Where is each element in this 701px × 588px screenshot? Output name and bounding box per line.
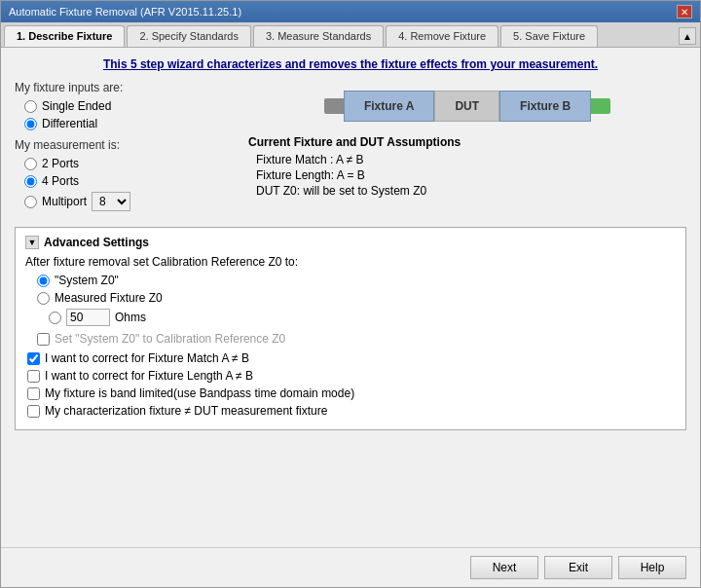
close-button[interactable]: ✕ xyxy=(677,5,692,18)
band-limited-checkbox[interactable] xyxy=(27,387,40,400)
fixture-inputs-label: My fixture inputs are: xyxy=(15,81,229,94)
advanced-settings-label: Advanced Settings xyxy=(44,236,149,249)
measurement-group: 2 Ports 4 Ports Multiport 8 4 6 10 xyxy=(24,157,229,211)
single-ended-label: Single Ended xyxy=(42,99,111,113)
set-system-z0-checkbox[interactable] xyxy=(37,333,50,346)
content-area: This 5 step wizard characterizes and rem… xyxy=(1,48,700,547)
advanced-settings-section: ▼ Advanced Settings After fixture remova… xyxy=(15,227,686,430)
assumption-item-2: DUT Z0: will be set to System Z0 xyxy=(256,184,686,198)
two-ports-option[interactable]: 2 Ports xyxy=(24,157,229,170)
assumptions-box: Current Fixture and DUT Assumptions Fixt… xyxy=(248,131,686,203)
set-system-z0-label: Set "System Z0" to Calibration Reference… xyxy=(55,332,285,346)
tab-describe-fixture[interactable]: 1. Describe Fixture xyxy=(4,25,125,47)
measured-z0-label: Measured Fixture Z0 xyxy=(55,291,163,305)
band-limited-label: My fixture is band limited(use Bandpass … xyxy=(45,386,354,400)
two-ports-label: 2 Ports xyxy=(42,157,79,170)
multiport-option[interactable]: Multiport 8 4 6 10 12 xyxy=(24,192,229,211)
connector-left xyxy=(324,98,344,114)
fixture-a-box: Fixture A xyxy=(344,91,435,122)
main-layout: My fixture inputs are: Single Ended Diff… xyxy=(15,81,686,219)
right-column: Fixture A DUT Fixture B Current Fixture … xyxy=(248,81,686,219)
main-window: Automatic Fixture Removal (AFR V2015.11.… xyxy=(0,0,701,588)
multiport-select[interactable]: 8 4 6 10 12 xyxy=(92,192,130,211)
advanced-settings-header[interactable]: ▼ Advanced Settings xyxy=(25,236,676,249)
wizard-title: This 5 step wizard characterizes and rem… xyxy=(15,57,686,71)
window-title: Automatic Fixture Removal (AFR V2015.11.… xyxy=(9,6,241,18)
ohms-radio[interactable] xyxy=(49,312,61,324)
multiport-radio[interactable] xyxy=(24,196,37,208)
title-bar: Automatic Fixture Removal (AFR V2015.11.… xyxy=(1,1,700,22)
two-ports-radio[interactable] xyxy=(24,158,37,170)
four-ports-label: 4 Ports xyxy=(42,174,79,188)
exit-button[interactable]: Exit xyxy=(544,556,612,579)
four-ports-radio[interactable] xyxy=(24,175,37,188)
z0-options-group: "System Z0" Measured Fixture Z0 50 Ohms xyxy=(37,274,676,326)
assumption-item-0: Fixture Match : A ≠ B xyxy=(256,153,686,166)
assumption-item-1: Fixture Length: A = B xyxy=(256,168,686,182)
char-fixture-label: My characterization fixture ≠ DUT measur… xyxy=(45,404,327,418)
tabs-container: 1. Describe Fixture 2. Specify Standards… xyxy=(1,22,700,48)
system-z0-label: "System Z0" xyxy=(55,274,119,287)
fixture-length-checkbox[interactable] xyxy=(27,370,40,383)
fixture-match-checkbox[interactable] xyxy=(27,352,40,365)
measured-z0-radio[interactable] xyxy=(37,292,50,305)
char-fixture-checkbox-item[interactable]: My characterization fixture ≠ DUT measur… xyxy=(27,404,676,418)
four-ports-option[interactable]: 4 Ports xyxy=(24,174,229,188)
fixture-length-label: I want to correct for Fixture Length A ≠… xyxy=(45,369,253,383)
tab-scroll-up-button[interactable]: ▲ xyxy=(679,27,696,45)
differential-label: Differential xyxy=(42,117,97,130)
char-fixture-checkbox[interactable] xyxy=(27,405,40,418)
system-z0-option[interactable]: "System Z0" xyxy=(37,274,676,287)
tab-save-fixture[interactable]: 5. Save Fixture xyxy=(500,25,598,47)
single-ended-radio[interactable] xyxy=(24,100,37,113)
tab-measure-standards[interactable]: 3. Measure Standards xyxy=(253,25,384,47)
after-removal-label: After fixture removal set Calibration Re… xyxy=(25,255,676,269)
help-button[interactable]: Help xyxy=(618,556,686,579)
assumptions-title: Current Fixture and DUT Assumptions xyxy=(248,135,686,149)
measurement-label: My measurement is: xyxy=(15,138,229,152)
fixture-dut-box: DUT xyxy=(434,91,499,122)
connector-right xyxy=(591,98,610,114)
single-ended-option[interactable]: Single Ended xyxy=(24,99,229,113)
measured-z0-option[interactable]: Measured Fixture Z0 xyxy=(37,291,676,305)
fixture-b-box: Fixture B xyxy=(499,91,591,122)
system-z0-radio[interactable] xyxy=(37,275,50,287)
multiport-label: Multiport xyxy=(42,195,87,208)
differential-radio[interactable] xyxy=(24,118,37,130)
fixture-length-checkbox-item[interactable]: I want to correct for Fixture Length A ≠… xyxy=(27,369,676,383)
next-button[interactable]: Next xyxy=(470,556,538,579)
fixture-match-label: I want to correct for Fixture Match A ≠ … xyxy=(45,351,249,365)
tab-specify-standards[interactable]: 2. Specify Standards xyxy=(127,25,251,47)
band-limited-checkbox-item[interactable]: My fixture is band limited(use Bandpass … xyxy=(27,386,676,400)
set-system-z0-checkbox-item[interactable]: Set "System Z0" to Calibration Reference… xyxy=(37,332,676,346)
tab-remove-fixture[interactable]: 4. Remove Fixture xyxy=(386,25,498,47)
ohms-option: 50 Ohms xyxy=(49,309,676,326)
differential-option[interactable]: Differential xyxy=(24,117,229,130)
ohms-label: Ohms xyxy=(115,311,146,324)
fixture-diagram: Fixture A DUT Fixture B xyxy=(248,91,686,122)
ohms-input[interactable]: 50 xyxy=(66,309,110,326)
collapse-icon[interactable]: ▼ xyxy=(25,236,39,249)
fixture-match-checkbox-item[interactable]: I want to correct for Fixture Match A ≠ … xyxy=(27,351,676,365)
footer: Next Exit Help xyxy=(1,547,700,587)
fixture-inputs-group: Single Ended Differential xyxy=(24,99,229,130)
left-column: My fixture inputs are: Single Ended Diff… xyxy=(15,81,229,219)
